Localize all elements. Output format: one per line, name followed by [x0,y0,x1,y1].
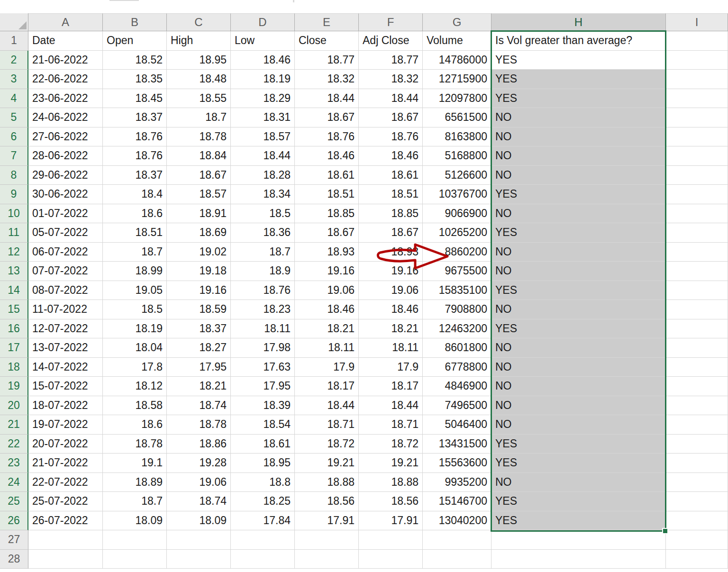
cell-B13[interactable]: 18.99 [103,262,167,281]
cell-H6[interactable]: NO [491,127,666,147]
cell-E3[interactable]: 18.32 [295,70,359,89]
cell-E24[interactable]: 18.88 [295,473,359,492]
cell-E21[interactable]: 18.71 [295,415,359,435]
cell-D11[interactable]: 18.36 [231,223,295,243]
cell-H24[interactable]: NO [491,473,666,492]
cell-D23[interactable]: 18.95 [231,454,295,473]
cell-F11[interactable]: 18.67 [359,223,423,243]
cell-D22[interactable]: 18.61 [231,435,295,454]
cell-E26[interactable]: 17.91 [295,511,359,531]
cell-F4[interactable]: 18.44 [359,89,423,109]
cell-H17[interactable]: NO [491,338,666,358]
cell-D14[interactable]: 18.76 [231,281,295,300]
cell-B11[interactable]: 18.51 [103,223,167,243]
cell-F1[interactable]: Adj Close [359,31,423,51]
row-header-6[interactable]: 6 [0,127,28,147]
cell-C22[interactable]: 18.86 [167,435,231,454]
cell-I23[interactable] [666,454,728,473]
row-header-25[interactable]: 25 [0,492,28,511]
cell-A4[interactable]: 23-06-2022 [28,89,103,109]
cell-I4[interactable] [666,89,728,109]
cell-G1[interactable]: Volume [423,31,491,51]
cell-I10[interactable] [666,204,728,224]
cell-G18[interactable]: 6778800 [423,358,491,377]
cell-E5[interactable]: 18.67 [295,108,359,127]
row-header-14[interactable]: 14 [0,281,28,300]
cell-F23[interactable]: 19.21 [359,454,423,473]
row-header-17[interactable]: 17 [0,338,28,358]
cell-C3[interactable]: 18.48 [167,70,231,89]
cell-I3[interactable] [666,70,728,89]
cell-F27[interactable] [359,530,423,550]
fill-handle[interactable] [662,528,668,534]
cell-A13[interactable]: 07-07-2022 [28,262,103,281]
cell-D15[interactable]: 18.23 [231,300,295,319]
cell-E18[interactable]: 17.9 [295,358,359,377]
row-header-18[interactable]: 18 [0,358,28,377]
cell-B10[interactable]: 18.6 [103,204,167,224]
cell-D9[interactable]: 18.34 [231,185,295,204]
cell-G16[interactable]: 12463200 [423,319,491,339]
cell-B20[interactable]: 18.58 [103,396,167,416]
cell-C15[interactable]: 18.59 [167,300,231,319]
cell-H27[interactable] [491,530,666,550]
row-header-2[interactable]: 2 [0,51,28,70]
row-header-28[interactable]: 28 [0,550,28,569]
cell-D4[interactable]: 18.29 [231,89,295,109]
cell-I24[interactable] [666,473,728,492]
row-header-23[interactable]: 23 [0,454,28,473]
cell-H5[interactable]: NO [491,108,666,127]
cell-C26[interactable]: 18.09 [167,511,231,531]
cell-C23[interactable]: 19.28 [167,454,231,473]
cell-I7[interactable] [666,146,728,166]
cell-F10[interactable]: 18.85 [359,204,423,224]
cell-A17[interactable]: 13-07-2022 [28,338,103,358]
row-header-9[interactable]: 9 [0,185,28,204]
cell-E17[interactable]: 18.11 [295,338,359,358]
cell-I15[interactable] [666,300,728,319]
row-header-13[interactable]: 13 [0,262,28,281]
cell-C11[interactable]: 18.69 [167,223,231,243]
cell-F14[interactable]: 19.06 [359,281,423,300]
cell-I25[interactable] [666,492,728,511]
cell-B22[interactable]: 18.78 [103,435,167,454]
cell-C6[interactable]: 18.78 [167,127,231,147]
cell-B5[interactable]: 18.37 [103,108,167,127]
cell-B18[interactable]: 17.8 [103,358,167,377]
cell-C12[interactable]: 19.02 [167,243,231,262]
cell-A19[interactable]: 15-07-2022 [28,377,103,396]
cell-D3[interactable]: 18.19 [231,70,295,89]
cell-B4[interactable]: 18.45 [103,89,167,109]
cell-B7[interactable]: 18.76 [103,146,167,166]
cell-G27[interactable] [423,530,491,550]
cell-I2[interactable] [666,51,728,70]
cell-E8[interactable]: 18.61 [295,166,359,185]
cell-C17[interactable]: 18.27 [167,338,231,358]
cell-I18[interactable] [666,358,728,377]
cell-A12[interactable]: 06-07-2022 [28,243,103,262]
cell-H20[interactable]: NO [491,396,666,416]
cell-F18[interactable]: 17.9 [359,358,423,377]
row-header-8[interactable]: 8 [0,166,28,185]
cell-B27[interactable] [103,530,167,550]
cell-G6[interactable]: 8163800 [423,127,491,147]
cell-D21[interactable]: 18.54 [231,415,295,435]
cell-G13[interactable]: 9675500 [423,262,491,281]
cell-E25[interactable]: 18.56 [295,492,359,511]
row-header-26[interactable]: 26 [0,511,28,531]
cell-C28[interactable] [167,550,231,569]
column-header-G[interactable]: G [423,13,491,31]
cell-C20[interactable]: 18.74 [167,396,231,416]
cell-A9[interactable]: 30-06-2022 [28,185,103,204]
cell-F19[interactable]: 18.17 [359,377,423,396]
cell-H15[interactable]: NO [491,300,666,319]
cell-D26[interactable]: 17.84 [231,511,295,531]
cell-I17[interactable] [666,338,728,358]
cell-E10[interactable]: 18.85 [295,204,359,224]
cell-A11[interactable]: 05-07-2022 [28,223,103,243]
cell-D13[interactable]: 18.9 [231,262,295,281]
cell-H10[interactable]: NO [491,204,666,224]
cell-G2[interactable]: 14786000 [423,51,491,70]
cell-G12[interactable]: 8860200 [423,243,491,262]
cell-D17[interactable]: 17.98 [231,338,295,358]
